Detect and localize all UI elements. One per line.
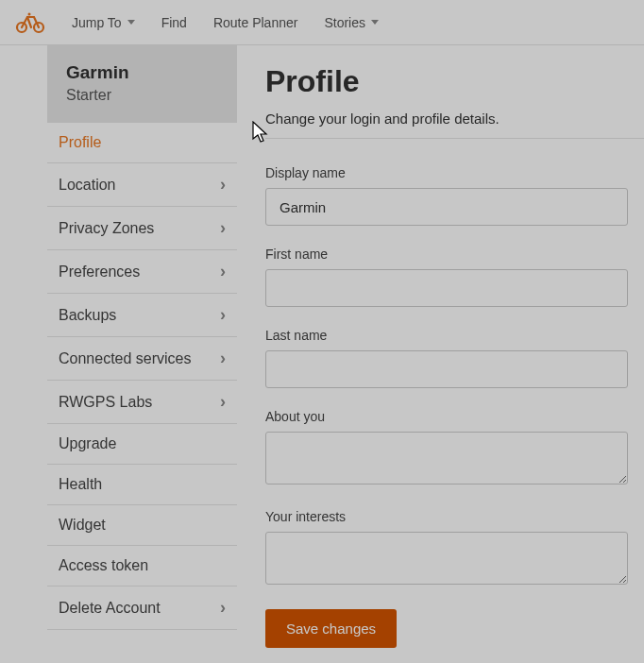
sidebar-item-label: Connected services [59,350,192,367]
interests-textarea[interactable] [265,532,628,585]
chevron-down-icon [371,20,379,25]
sidebar-item-label: Upgrade [59,435,116,452]
form-group-display-name: Display name [265,165,644,226]
user-name: Garmin [66,62,218,83]
last-name-input[interactable] [265,350,628,388]
sidebar-item-label: Health [59,476,102,493]
chevron-right-icon: › [220,598,226,618]
sidebar-item-upgrade[interactable]: Upgrade [47,424,237,465]
page-title: Profile [265,64,644,99]
form-group-first-name: First name [265,246,644,307]
chevron-right-icon: › [220,262,226,281]
sidebar-item-connected-services[interactable]: Connected services › [47,337,237,381]
save-button[interactable]: Save changes [265,609,397,648]
form-group-interests: Your interests [265,509,644,588]
sidebar-item-backups[interactable]: Backups › [47,294,237,337]
sidebar-item-label: Profile [59,134,101,151]
sidebar: Garmin Starter Profile Location › Privac… [0,45,237,648]
logo[interactable] [15,11,45,34]
sidebar-item-location[interactable]: Location › [47,163,237,207]
sidebar-item-label: Delete Account [59,600,161,617]
sidebar-item-rwgps-labs[interactable]: RWGPS Labs › [47,381,237,424]
sidebar-item-label: RWGPS Labs [59,394,152,411]
display-name-input[interactable] [265,188,628,226]
sidebar-item-label: Location [59,177,116,194]
sidebar-item-label: Backups [59,307,116,324]
chevron-right-icon: › [220,392,226,412]
chevron-right-icon: › [220,348,226,368]
sidebar-item-widget[interactable]: Widget [47,505,237,546]
sidebar-item-access-token[interactable]: Access token [47,546,237,586]
first-name-input[interactable] [265,269,628,307]
chevron-right-icon: › [220,305,226,325]
about-you-textarea[interactable] [265,432,628,484]
first-name-label: First name [265,246,644,262]
user-plan: Starter [66,87,218,104]
nav-find[interactable]: Find [161,15,187,30]
interests-label: Your interests [265,509,644,524]
form-group-about-you: About you [265,409,644,488]
nav-stories[interactable]: Stories [324,15,379,30]
nav-route-planner[interactable]: Route Planner [213,15,298,30]
user-card: Garmin Starter [47,45,237,123]
sidebar-item-delete-account[interactable]: Delete Account › [47,586,237,630]
about-you-label: About you [265,409,644,424]
page-subtitle: Change your login and profile details. [265,110,644,139]
nav-item-label: Route Planner [213,15,298,30]
svg-point-2 [28,12,31,15]
chevron-right-icon: › [220,218,226,238]
main-content: Profile Change your login and profile de… [237,45,644,648]
display-name-label: Display name [265,165,644,180]
form-group-last-name: Last name [265,328,644,388]
sidebar-menu: Profile Location › Privacy Zones › Prefe… [47,123,237,630]
last-name-label: Last name [265,328,644,343]
sidebar-item-profile[interactable]: Profile [47,123,237,163]
sidebar-item-label: Preferences [59,264,140,280]
chevron-down-icon [127,20,135,25]
sidebar-item-preferences[interactable]: Preferences › [47,250,237,294]
nav-item-label: Find [161,15,187,30]
sidebar-item-label: Privacy Zones [59,220,154,237]
chevron-right-icon: › [220,175,226,195]
nav-item-label: Jump To [72,15,122,30]
nav-jump-to[interactable]: Jump To [72,15,135,30]
sidebar-item-label: Access token [59,557,148,574]
nav-item-label: Stories [324,15,365,30]
top-nav: Jump To Find Route Planner Stories [0,0,644,45]
sidebar-item-label: Widget [59,517,106,534]
sidebar-item-health[interactable]: Health [47,465,237,505]
sidebar-item-privacy-zones[interactable]: Privacy Zones › [47,207,237,250]
